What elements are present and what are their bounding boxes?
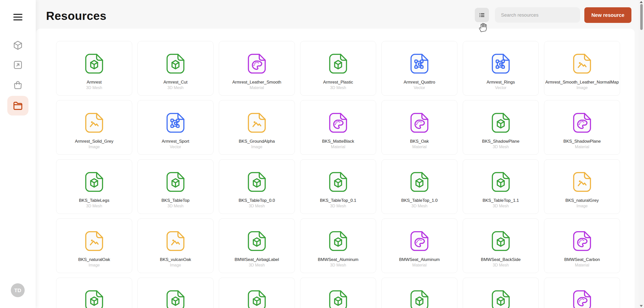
- resource-card[interactable]: BKS_vulcanOakImage: [137, 218, 213, 273]
- resource-card[interactable]: BKS_naturalGreyImage: [544, 159, 620, 214]
- resource-type: Material: [575, 263, 589, 267]
- sidebar-item-resources[interactable]: [7, 96, 28, 116]
- file-vector-icon: [408, 52, 431, 75]
- file-mesh-icon: [326, 52, 350, 75]
- resource-card[interactable]: [137, 278, 213, 308]
- resource-grid: Armrest3D MeshArmrest_Cut3D MeshArmrest_…: [36, 29, 635, 308]
- resource-name: Armrest_Solid_Grey: [75, 139, 113, 144]
- scrollbar-thumb[interactable]: [640, 4, 643, 30]
- resource-card[interactable]: BMWSeat_CarbonMaterial: [544, 218, 620, 273]
- sidebar: TD: [0, 0, 36, 308]
- bag-icon: [12, 80, 23, 91]
- resource-card[interactable]: [300, 278, 376, 308]
- resource-name: BKS_naturalGrey: [565, 198, 599, 203]
- file-mesh-icon: [489, 111, 513, 135]
- folder-icon: [12, 100, 23, 111]
- scrollbar-up-arrow-icon[interactable]: [640, 1, 643, 3]
- file-mesh-icon: [164, 170, 187, 194]
- resource-name: BKS_TableTop_1.1: [483, 198, 519, 203]
- resource-name: BKS_GroundAlpha: [239, 139, 275, 144]
- resource-type: Vector: [414, 86, 425, 90]
- resource-name: Armrest_Sport: [162, 139, 189, 144]
- resource-card[interactable]: BKS_MatteBlackMaterial: [300, 100, 376, 155]
- resource-card[interactable]: Armrest_QuattroVector: [381, 41, 457, 96]
- file-mesh-icon: [489, 229, 513, 253]
- resource-card[interactable]: [56, 278, 132, 308]
- resource-card[interactable]: BKS_GroundAlphaImage: [219, 100, 295, 155]
- resource-card[interactable]: Armrest_Cut3D Mesh: [137, 41, 213, 96]
- resource-type: 3D Mesh: [330, 263, 346, 267]
- resource-card[interactable]: BKS_OakMaterial: [381, 100, 457, 155]
- file-material-icon: [408, 229, 431, 253]
- vertical-scrollbar[interactable]: [638, 0, 644, 308]
- resource-type: Image: [170, 263, 181, 267]
- resource-card[interactable]: BKS_ShadowPlane3D Mesh: [463, 100, 539, 155]
- resource-name: Armrest_Leather_Smooth: [232, 80, 281, 85]
- file-mesh-icon: [245, 170, 269, 194]
- cube-icon: [12, 40, 23, 51]
- sidebar-item-models[interactable]: [7, 35, 28, 55]
- search-input[interactable]: [495, 7, 580, 23]
- resource-card[interactable]: BMWSeat_AluminumMaterial: [381, 218, 457, 273]
- resource-card[interactable]: [381, 278, 457, 308]
- resource-card[interactable]: BKS_ShadowPlaneMaterial: [544, 100, 620, 155]
- arrow-up-right-icon: [12, 59, 23, 70]
- file-mesh-icon: [326, 170, 350, 194]
- resource-card[interactable]: BKS_TableTop_1.13D Mesh: [463, 159, 539, 214]
- file-image-icon: [82, 111, 106, 135]
- resource-name: Armrest_Rings: [487, 80, 515, 85]
- file-mesh-icon: [489, 170, 513, 194]
- resource-type: 3D Mesh: [411, 204, 427, 208]
- resource-type: Image: [577, 204, 588, 208]
- resource-card[interactable]: BKS_TableTop_0.13D Mesh: [300, 159, 376, 214]
- resource-card[interactable]: BKS_naturalOakImage: [56, 218, 132, 273]
- resource-type: 3D Mesh: [86, 86, 102, 90]
- user-avatar[interactable]: TD: [11, 283, 25, 297]
- resource-card[interactable]: BMWSeat_AirbagLabel3D Mesh: [219, 218, 295, 273]
- resource-card[interactable]: BKS_TableLegs3D Mesh: [56, 159, 132, 214]
- scrollbar-down-arrow-icon[interactable]: [640, 305, 643, 307]
- resource-card[interactable]: Armrest_Leather_SmoothMaterial: [219, 41, 295, 96]
- resource-type: Material: [412, 263, 427, 267]
- resource-card[interactable]: BMWSeat_BackSide3D Mesh: [463, 218, 539, 273]
- resource-card[interactable]: [463, 278, 539, 308]
- resource-card[interactable]: Armrest3D Mesh: [56, 41, 132, 96]
- resource-type: 3D Mesh: [167, 204, 184, 208]
- sidebar-item-publish[interactable]: [7, 55, 28, 75]
- resource-card[interactable]: [219, 278, 295, 308]
- file-material-icon: [326, 111, 350, 135]
- file-mesh-icon: [326, 288, 350, 308]
- resource-card[interactable]: Armrest_Plastic3D Mesh: [300, 41, 376, 96]
- new-resource-button[interactable]: New resource: [584, 7, 631, 23]
- file-image-icon: [570, 52, 594, 75]
- file-mesh-icon: [489, 288, 513, 308]
- sidebar-item-shop[interactable]: [7, 75, 28, 95]
- list-view-toggle-button[interactable]: [475, 8, 489, 22]
- resource-name: BMWSeat_BackSide: [481, 257, 521, 262]
- resource-type: Vector: [495, 86, 506, 90]
- file-mesh-icon: [245, 288, 269, 308]
- resource-card[interactable]: Armrest_Solid_GreyImage: [56, 100, 132, 155]
- page-title: Resources: [46, 9, 106, 23]
- resource-card[interactable]: [544, 278, 620, 308]
- resource-card[interactable]: Armrest_RingsVector: [463, 41, 539, 96]
- hamburger-menu-icon[interactable]: [13, 14, 22, 20]
- resource-name: BKS_TableTop: [161, 198, 190, 203]
- resource-name: BKS_ShadowPlane: [482, 139, 519, 144]
- file-material-icon: [408, 111, 431, 135]
- resource-card[interactable]: BKS_TableTop_1.03D Mesh: [381, 159, 457, 214]
- resource-type: Material: [412, 145, 427, 149]
- resource-card[interactable]: BKS_TableTop_0.03D Mesh: [219, 159, 295, 214]
- resource-type: Vector: [170, 145, 181, 149]
- resource-name: BKS_MatteBlack: [322, 139, 354, 144]
- resource-name: BKS_ShadowPlane: [563, 139, 601, 144]
- resource-type: 3D Mesh: [493, 204, 509, 208]
- resource-type: Material: [250, 86, 264, 90]
- resource-card[interactable]: BKS_TableTop3D Mesh: [137, 159, 213, 214]
- resource-type: 3D Mesh: [493, 263, 509, 267]
- resource-card[interactable]: Armrest_Smooth_Leather_NormalMapImage: [544, 41, 620, 96]
- resource-card[interactable]: Armrest_SportVector: [137, 100, 213, 155]
- resource-card[interactable]: BMWSeat_Aluminum3D Mesh: [300, 218, 376, 273]
- resource-name: Armrest_Smooth_Leather_NormalMap: [545, 80, 619, 85]
- file-mesh-icon: [164, 288, 187, 308]
